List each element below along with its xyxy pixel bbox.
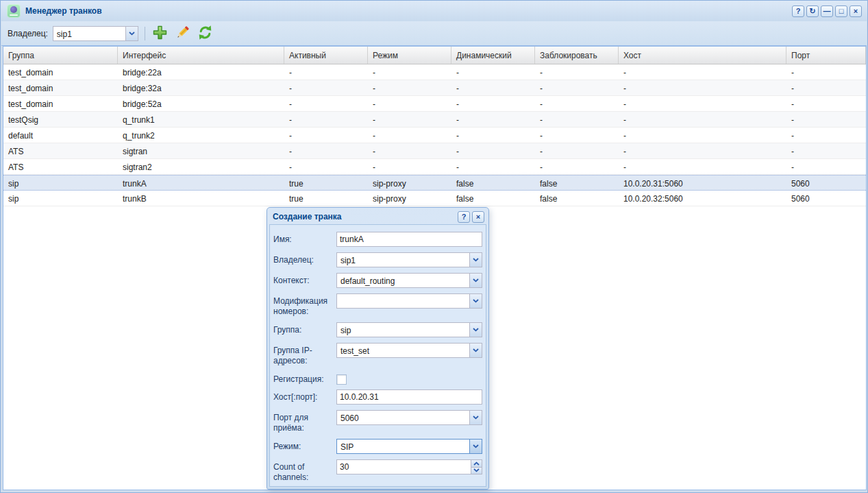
table-cell: -: [619, 128, 786, 143]
chevron-down-icon[interactable]: [469, 253, 482, 267]
dialog-body: Имя:Владелец:sip1Контекст:default_routin…: [269, 224, 486, 487]
table-cell: -: [451, 96, 535, 111]
owner-combobox[interactable]: sip1: [53, 26, 138, 41]
listen-port-row: Порт для приёма:5060: [273, 410, 482, 433]
column-header-1[interactable]: Группа: [3, 47, 118, 64]
number-modification-label: Модификация номеров:: [273, 293, 336, 317]
window-title: Менеджер транков: [25, 6, 102, 16]
table-cell: -: [451, 80, 535, 95]
table-cell: false: [535, 176, 619, 190]
table-cell: -: [451, 64, 535, 80]
dialog-tool-close-button[interactable]: ×: [472, 211, 484, 223]
table-row[interactable]: defaultq_trunk2------: [3, 128, 866, 143]
channel-count-input[interactable]: [336, 459, 471, 474]
refresh-trunks-button[interactable]: [195, 23, 216, 44]
window-tool-minimize-button[interactable]: —: [821, 5, 833, 17]
table-cell: true: [284, 176, 368, 190]
listen-port-combobox[interactable]: 5060: [336, 410, 482, 425]
table-cell: -: [535, 143, 619, 158]
column-header-8[interactable]: Порт: [786, 47, 866, 64]
table-cell: -: [284, 96, 368, 111]
table-cell: default: [3, 128, 118, 143]
create-trunk-dialog: Создание транка ?× Имя:Владелец:sip1Конт…: [266, 207, 489, 490]
context-combobox[interactable]: default_routing: [336, 273, 482, 288]
table-cell: -: [535, 112, 619, 127]
create-trunk-form: Имя:Владелец:sip1Контекст:default_routin…: [273, 232, 482, 483]
table-cell: -: [284, 80, 368, 95]
spinner-up-button[interactable]: [471, 459, 482, 468]
table-row[interactable]: siptrunkBtruesip-proxyfalsefalse10.0.20.…: [3, 191, 866, 206]
table-cell: -: [368, 96, 451, 111]
owner-combobox-value: sip1: [337, 253, 469, 267]
table-row[interactable]: test_domainbridge:52a------: [3, 96, 866, 112]
column-header-6[interactable]: Заблокировать: [535, 47, 619, 64]
table-cell: -: [619, 64, 786, 80]
chevron-down-icon[interactable]: [125, 27, 138, 40]
chevron-down-icon[interactable]: [469, 274, 482, 287]
registration-label: Регистрация:: [273, 372, 336, 385]
window-tool-maximize-button[interactable]: □: [835, 5, 847, 17]
dialog-tool-help-button[interactable]: ?: [458, 211, 470, 223]
table-cell: -: [786, 64, 866, 80]
group-combobox[interactable]: sip: [336, 322, 482, 337]
owner-combobox-value: sip1: [53, 27, 125, 40]
column-header-4[interactable]: Режим: [368, 47, 451, 64]
table-cell: q_trunk2: [118, 128, 284, 143]
group-label: Группа:: [273, 322, 336, 335]
table-cell: -: [368, 143, 451, 158]
chevron-down-icon[interactable]: [469, 294, 482, 308]
registration-checkbox[interactable]: [336, 374, 347, 385]
table-cell: bridge:32a: [118, 80, 284, 95]
mode-field-wrap: SIP: [336, 439, 482, 454]
table-cell: sip: [3, 176, 118, 190]
app-icon: [7, 4, 21, 18]
table-row[interactable]: siptrunkAtruesip-proxyfalsefalse10.0.20.…: [3, 175, 866, 191]
table-row[interactable]: testQsigq_trunk1------: [3, 112, 866, 128]
table-row[interactable]: ATSsigtran------: [3, 143, 866, 159]
chevron-down-icon[interactable]: [469, 440, 482, 453]
window-tool-help-button[interactable]: ?: [792, 5, 804, 17]
chevron-down-icon[interactable]: [469, 344, 482, 357]
pencil-icon: [175, 25, 190, 43]
table-cell: bridge:52a: [118, 96, 284, 111]
dialog-tools: ?×: [458, 211, 484, 223]
mode-combobox[interactable]: SIP: [336, 439, 482, 454]
add-trunk-button[interactable]: [150, 23, 171, 44]
mode-row: Режим:SIP: [273, 439, 482, 454]
table-cell: testQsig: [3, 112, 118, 127]
edit-trunk-button[interactable]: [173, 23, 193, 44]
table-cell: -: [284, 112, 368, 127]
table-row[interactable]: ATSsigtran2------: [3, 159, 866, 175]
table-row[interactable]: test_domainbridge:32a------: [3, 80, 866, 96]
name-label: Имя:: [273, 232, 336, 245]
table-cell: -: [786, 128, 866, 143]
host-port-input[interactable]: [336, 389, 482, 405]
chevron-down-icon[interactable]: [469, 323, 482, 337]
number-modification-field-wrap: [336, 293, 482, 309]
spinner-down-button[interactable]: [471, 468, 482, 475]
table-cell: -: [535, 128, 619, 143]
column-header-2[interactable]: Интерфейс: [118, 47, 284, 64]
table-cell: sip-proxy: [368, 191, 451, 206]
column-header-7[interactable]: Хост: [619, 47, 786, 64]
group-combobox-value: sip: [337, 323, 469, 337]
window-tool-refresh-button[interactable]: ↻: [806, 5, 819, 17]
owner-combobox[interactable]: sip1: [336, 252, 482, 267]
window-tool-close-button[interactable]: ×: [850, 5, 862, 17]
name-input[interactable]: [336, 232, 482, 247]
table-cell: -: [619, 80, 786, 95]
ip-address-group-combobox[interactable]: test_set: [336, 343, 482, 358]
ip-address-group-row: Группа IP-адресов:test_set: [273, 343, 482, 366]
table-cell: trunkB: [118, 191, 284, 206]
name-row: Имя:: [273, 232, 482, 247]
table-cell: -: [368, 64, 451, 80]
table-row[interactable]: test_domainbridge:22a------: [3, 64, 866, 80]
table-cell: test_domain: [3, 96, 118, 111]
registration-field-wrap: [336, 372, 482, 385]
table-cell: true: [284, 191, 368, 206]
number-modification-combobox[interactable]: [336, 293, 482, 309]
column-header-3[interactable]: Активный: [284, 47, 368, 64]
column-header-5[interactable]: Динамический: [451, 47, 535, 64]
chevron-down-icon[interactable]: [469, 411, 482, 424]
group-field-wrap: sip: [336, 322, 482, 337]
